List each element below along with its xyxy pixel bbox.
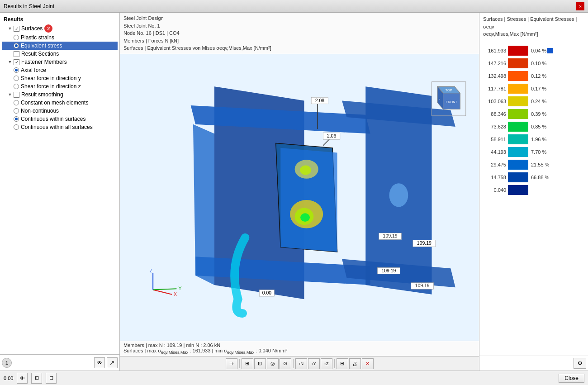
legend-row: 117.781 0.17 %	[483, 83, 584, 95]
left-panel: Results ▼ Surfaces 2 Plastic strains Equ…	[0, 13, 120, 371]
title-bar: Results in Steel Joint ×	[0, 0, 588, 13]
svg-point-12	[300, 213, 310, 222]
close-btn[interactable]: Close	[559, 374, 584, 383]
plastic-strains-label: Plastic strains	[21, 34, 54, 41]
surfaces-badge: 2	[44, 24, 52, 33]
continuous-all-radio[interactable]	[14, 124, 19, 130]
constant-radio[interactable]	[14, 100, 19, 105]
equivalent-stress-item[interactable]: Equivalent stress	[2, 42, 118, 50]
lp-7: 1.96 %	[528, 137, 546, 142]
sep1	[239, 359, 240, 368]
legend-title: Surfaces | Stresses | Equivalent Stresse…	[483, 15, 584, 30]
viewport-footer: Members | max N : 109.19 | min N : 2.06 …	[120, 341, 479, 356]
svg-text:0.00: 0.00	[262, 290, 272, 295]
shear-y-item[interactable]: Shear force in direction y	[2, 74, 118, 82]
lv-1: 147.216	[483, 61, 508, 66]
lv-11: 0.040	[483, 187, 508, 193]
non-continuous-item[interactable]: Non-continuous	[2, 107, 118, 115]
tb-circle-btn[interactable]: ◎	[267, 358, 279, 369]
window-title: Results in Steel Joint	[4, 3, 54, 10]
lc-6	[508, 122, 528, 132]
expand-surfaces[interactable]: ▼	[7, 26, 13, 31]
shear-y-label: Shear force in direction y	[21, 75, 81, 81]
constant-label: Constant on mesh elements	[21, 100, 88, 106]
header-line4: Members | Forces N [kN]	[123, 37, 475, 45]
smoothing-checkbox[interactable]	[14, 92, 19, 98]
eye-button[interactable]: 👁	[94, 357, 105, 368]
lv-10: 14.758	[483, 175, 508, 180]
lp-0: 0.04 %	[528, 48, 546, 53]
svg-text:FRONT: FRONT	[446, 100, 458, 104]
legend-content: 161.933 0.04 % 147.216 0.10 % 132.498 0.…	[479, 41, 588, 356]
lp-3: 0.17 %	[528, 86, 546, 91]
shear-y-radio[interactable]	[14, 76, 19, 81]
header-line2: Steel Joint No. 1	[123, 22, 475, 30]
close-window-button[interactable]: ×	[576, 2, 584, 10]
continuous-surfaces-item[interactable]: Continuous within surfaces	[2, 115, 118, 123]
lc-9	[508, 160, 528, 170]
plastic-strains-radio[interactable]	[14, 35, 19, 40]
legend-row: 103.063 0.24 %	[483, 95, 584, 107]
svg-text:109.19: 109.19	[381, 268, 396, 273]
non-continuous-label: Non-continuous	[21, 108, 59, 114]
result-sections-label: Result Sections	[21, 51, 59, 57]
svg-text:2.08: 2.08	[315, 98, 325, 103]
result-smoothing-item[interactable]: ▼ Result smoothing	[2, 90, 118, 99]
legend-subtitle: σeqv,Mises,Max [N/mm²]	[483, 30, 584, 38]
status-grid-btn[interactable]: ⊟	[46, 373, 57, 384]
fastener-checkbox[interactable]	[14, 59, 19, 65]
equivalent-stress-radio[interactable]	[14, 43, 19, 48]
tb-z-btn[interactable]: ↕Z	[321, 358, 332, 369]
tb-x-btn[interactable]: ✕	[362, 358, 374, 369]
legend-settings-btn[interactable]: ⚙	[574, 358, 586, 369]
lp-4: 0.24 %	[528, 99, 546, 104]
constant-mesh-item[interactable]: Constant on mesh elements	[2, 99, 118, 107]
right-panel-bottom: ⚙	[479, 356, 588, 371]
expand-result-sections[interactable]: ▶	[7, 51, 13, 57]
plastic-strains-item[interactable]: Plastic strains	[2, 33, 118, 42]
fastener-members-item[interactable]: ▼ Fastener Members	[2, 58, 118, 66]
arrow-button[interactable]: ↗	[107, 357, 118, 368]
result-sections-item[interactable]: ▶ Result Sections	[2, 50, 118, 58]
tb-y-btn[interactable]: ↕Y	[308, 358, 320, 369]
panel-bottom-bar: 1 👁 ↗	[0, 354, 119, 371]
sep3	[334, 359, 335, 368]
svg-text:109.19: 109.19	[415, 283, 430, 288]
expand-smoothing[interactable]: ▼	[7, 92, 13, 97]
tb-arrow-btn[interactable]: ⇒	[226, 358, 237, 369]
tb-view-btn[interactable]: ⊡	[254, 358, 266, 369]
viewport-3d[interactable]: 2.08 2.06 109.19 109.19 109.19	[120, 54, 479, 341]
tb-grid-btn[interactable]: ⊞	[242, 358, 253, 369]
shear-z-radio[interactable]	[14, 84, 19, 89]
expand-fastener[interactable]: ▼	[7, 59, 13, 65]
lv-7: 58.911	[483, 137, 508, 142]
tb-n-btn[interactable]: ↕N	[295, 358, 307, 369]
status-icon-btn[interactable]: ⊞	[31, 373, 42, 384]
axial-force-item[interactable]: Axial force	[2, 66, 118, 74]
lv-9: 29.475	[483, 162, 508, 167]
result-sections-checkbox[interactable]	[14, 51, 19, 57]
continuous-all-item[interactable]: Continuous within all surfaces	[2, 123, 118, 131]
axial-force-radio[interactable]	[14, 67, 19, 73]
fastener-label: Fastener Members	[21, 59, 67, 65]
status-eye-btn[interactable]: 👁	[17, 373, 28, 384]
tb-print-btn[interactable]: 🖨	[349, 358, 361, 369]
surfaces-checkbox[interactable]	[14, 26, 19, 32]
center-panel: Steel Joint Design Steel Joint No. 1 Nod…	[120, 13, 479, 371]
continuous-surfaces-radio[interactable]	[14, 116, 19, 122]
svg-marker-7	[193, 124, 214, 285]
legend-row: 73.628 0.85 %	[483, 121, 584, 133]
surfaces-item[interactable]: ▼ Surfaces 2	[2, 24, 118, 33]
lc-3	[508, 84, 528, 94]
svg-text:TOP: TOP	[446, 88, 452, 92]
non-continuous-radio[interactable]	[14, 108, 19, 114]
lv-0: 161.933	[483, 48, 508, 53]
3d-scene-svg: 2.08 2.06 109.19 109.19 109.19	[120, 54, 479, 341]
tb-dot-btn[interactable]: ⊙	[280, 358, 291, 369]
svg-text:Y: Y	[179, 286, 182, 291]
shear-z-item[interactable]: Shear force in direction z	[2, 82, 118, 90]
tb-box-btn[interactable]: ⊟	[337, 358, 348, 369]
svg-text:L: L	[438, 97, 440, 100]
legend-row: 0.040	[483, 184, 584, 196]
lc-1	[508, 58, 528, 68]
